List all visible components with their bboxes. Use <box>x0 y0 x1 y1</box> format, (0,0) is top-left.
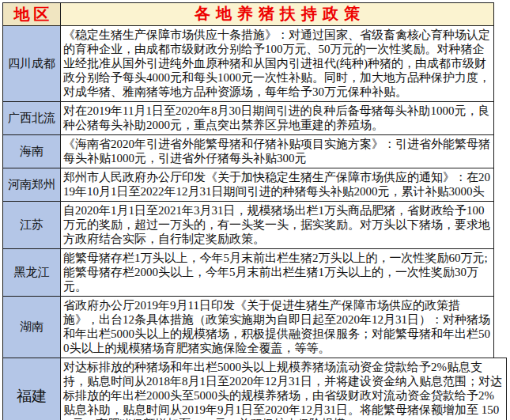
policy-cell: 《稳定生猪生产保障市场供应十条措施》：对通过国家、省级畜禽核心育种场认定的育种企… <box>61 26 493 101</box>
policy-text: 郑州市人民政府办公厅印发《关于加快稳定生猪生产保障市场供应的通知》：在2019年… <box>63 171 490 198</box>
policy-cell: 对在2019年11月1日至2020年8月30日期间引进的良种后备母猪每头补助10… <box>61 102 493 134</box>
region-cell: 海南 <box>3 135 61 168</box>
table-row: 四川成都 《稳定生猪生产保障市场供应十条措施》：对通过国家、省级畜禽核心育种场认… <box>2 25 494 102</box>
policy-cell: 《海南省2020年引进省外能繁母猪和仔猪补贴项目实施方案》：引进省外能繁母猪每头… <box>61 135 493 168</box>
region-cell: 河南郑州 <box>3 168 61 201</box>
policy-text: 省政府办公厅2019年9月11日印发《关于促进生猪生产保障市场供应的政策措施》，… <box>63 299 490 354</box>
region-label: 江苏 <box>20 218 43 233</box>
policy-cell: 对达标排放的种猪场和年出栏5000头以上规模养猪场流动资金贷款给予2%贴息支持，… <box>61 358 506 420</box>
table-row: 湖南 省政府办公厅2019年9月11日印发《关于促进生猪生产保障市场供应的政策措… <box>2 296 494 358</box>
table-row: 黑龙江 能繁母猪存栏1万头以上，今年5月末前出栏生猪2万头以上的，一次性奖励60… <box>2 248 494 297</box>
table-row: 河南郑州 郑州市人民政府办公厅印发《关于加快稳定生猪生产保障市场供应的通知》：在… <box>2 168 494 202</box>
policy-table: 地区 各地养猪扶持政策 四川成都 《稳定生猪生产保障市场供应十条措施》：对通过国… <box>2 2 510 420</box>
region-label: 海南 <box>20 144 43 159</box>
region-cell: 福建 <box>3 358 61 420</box>
policy-cell: 能繁母猪存栏1万头以上，今年5月末前出栏生猪2万头以上的，一次性奖励60万元;能… <box>61 249 493 296</box>
region-cell: 江苏 <box>3 202 61 248</box>
region-label: 湖南 <box>20 320 43 335</box>
region-label: 四川成都 <box>8 56 55 71</box>
region-label: 福建 <box>17 386 47 407</box>
policy-text: 自2020年1月1日至2021年3月31日，规模猪场出栏1万头商品肥猪，省财政给… <box>63 204 490 245</box>
page: { "header": { "region_col": "地区", "polic… <box>0 0 510 420</box>
region-cell: 四川成都 <box>3 26 61 101</box>
table-row: 广西北流 对在2019年11月1日至2020年8月30日期间引进的良种后备母猪每… <box>2 101 494 135</box>
table-row: 海南 《海南省2020年引进省外能繁母猪和仔猪补贴项目实施方案》：引进省外能繁母… <box>2 134 494 168</box>
policy-cell: 省政府办公厅2019年9月11日印发《关于促进生猪生产保障市场供应的政策措施》，… <box>61 297 493 358</box>
region-cell: 黑龙江 <box>3 249 61 296</box>
region-cell: 广西北流 <box>3 102 61 134</box>
region-label: 河南郑州 <box>8 177 55 192</box>
policy-text: 《稳定生猪生产保障市场供应十条措施》：对通过国家、省级畜禽核心育种场认定的育种企… <box>63 28 490 98</box>
policy-text: 对达标排放的种猪场和年出栏5000头以上规模养猪场流动资金贷款给予2%贴息支持，… <box>63 361 502 420</box>
table-body: 四川成都 《稳定生猪生产保障市场供应十条措施》：对通过国家、省级畜禽核心育种场认… <box>2 25 510 420</box>
region-label: 黑龙江 <box>14 265 50 280</box>
region-column-header: 地区 <box>3 3 61 25</box>
policy-text: 《海南省2020年引进省外能繁母猪和仔猪补贴项目实施方案》：引进省外能繁母猪每头… <box>63 138 490 165</box>
policy-cell: 自2020年1月1日至2021年3月31日，规模猪场出栏1万头商品肥猪，省财政给… <box>61 202 493 248</box>
region-cell: 湖南 <box>3 297 61 358</box>
policy-cell: 郑州市人民政府办公厅印发《关于加快稳定生猪生产保障市场供应的通知》：在2019年… <box>61 168 493 201</box>
region-label: 广西北流 <box>8 111 55 126</box>
table-header-row: 地区 各地养猪扶持政策 <box>2 2 494 26</box>
policy-text: 对在2019年11月1日至2020年8月30日期间引进的良种后备母猪每头补助10… <box>63 104 489 131</box>
table-row: 江苏 自2020年1月1日至2021年3月31日，规模猪场出栏1万头商品肥猪，省… <box>2 201 494 249</box>
table-row: 福建 对达标排放的种猪场和年出栏5000头以上规模养猪场流动资金贷款给予2%贴息… <box>2 358 507 420</box>
policy-text: 能繁母猪存栏1万头以上，今年5月末前出栏生猪2万头以上的，一次性奖励60万元;能… <box>63 252 488 293</box>
policy-column-header: 各地养猪扶持政策 <box>61 3 493 25</box>
